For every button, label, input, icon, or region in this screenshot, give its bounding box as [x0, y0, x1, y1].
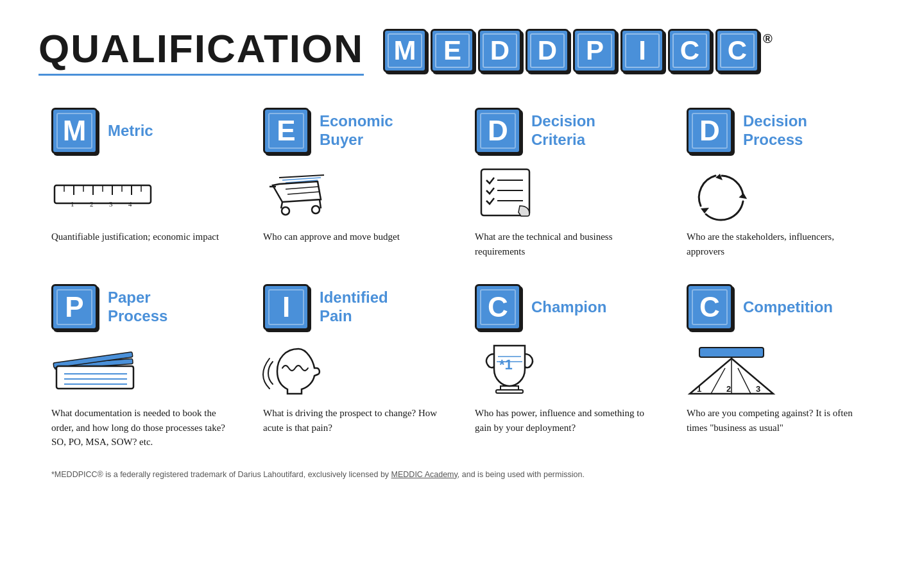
paper-process-icon [51, 341, 237, 398]
svg-text:3: 3 [109, 200, 113, 208]
footer-text: *MEDDPICC® is a federally registered tra… [51, 469, 873, 481]
footer: *MEDDPICC® is a federally registered tra… [38, 469, 886, 481]
svg-point-19 [282, 207, 289, 215]
economic-buyer-description: Who can approve and move budget [263, 230, 449, 244]
meddic-academy-link[interactable]: MEDDIC Academy [391, 470, 458, 479]
letter-box-c1: C [475, 284, 521, 330]
metric-description: Quantifiable justification; economic imp… [51, 230, 237, 244]
letter-p: P [573, 29, 617, 72]
champion-description: Who has power, influence and something t… [475, 406, 661, 435]
economic-buyer-title: EconomicBuyer [320, 112, 393, 149]
letter-d2: D [526, 29, 569, 72]
svg-text:1: 1 [697, 384, 701, 394]
champion-icon: *1 [475, 341, 661, 398]
identified-pain-icon [263, 341, 449, 398]
svg-line-15 [282, 178, 321, 180]
svg-text:1: 1 [71, 200, 74, 208]
letter-c2: C [715, 29, 759, 72]
decision-criteria-icon [475, 164, 661, 222]
champion-title: Champion [531, 298, 606, 317]
svg-marker-26 [739, 192, 748, 199]
letter-box-p: P [51, 284, 98, 330]
svg-text:4: 4 [128, 200, 132, 208]
svg-rect-41 [699, 348, 764, 357]
svg-point-20 [312, 206, 320, 214]
competition-icon: 1 2 3 [687, 341, 873, 398]
decision-process-icon [687, 164, 873, 222]
svg-text:*1: *1 [499, 357, 513, 373]
paper-process-description: What documentation is needed to book the… [51, 406, 237, 450]
decision-criteria-description: What are the technical and business requ… [475, 230, 661, 258]
identified-pain-title: IdentifiedPain [320, 289, 388, 326]
card-decision-process: D DecisionProcess Who are the stakeholde… [674, 108, 886, 265]
card-identified-pain: I IdentifiedPain What is driving the pro… [250, 284, 462, 456]
competition-title: Competition [743, 298, 833, 317]
competition-description: Who are you competing against? It is oft… [687, 406, 873, 435]
identified-pain-description: What is driving the prospect to change? … [263, 406, 449, 435]
header: QUALIFICATION M E D D P I C C ® [38, 26, 886, 76]
letter-boxes: M E D D P I C C ® [383, 29, 773, 72]
page-title: QUALIFICATION [38, 26, 364, 76]
svg-text:2: 2 [90, 200, 94, 208]
metric-icon: 1 2 3 4 [51, 164, 237, 222]
letter-box-c2: C [687, 284, 733, 330]
svg-rect-37 [496, 390, 523, 393]
registered-symbol: ® [763, 31, 773, 46]
card-decision-criteria: D DecisionCriteria What ar [462, 108, 674, 265]
letter-box-i: I [263, 284, 309, 330]
svg-text:2: 2 [726, 384, 731, 394]
metric-title: Metric [108, 122, 153, 140]
letter-e: E [431, 29, 474, 72]
card-economic-buyer: E EconomicBuyer [250, 108, 462, 265]
card-champion: C Champion *1 [462, 284, 674, 456]
svg-line-18 [287, 192, 320, 194]
letter-c1: C [668, 29, 712, 72]
economic-buyer-icon [263, 164, 449, 222]
letter-box-d2: D [687, 108, 733, 154]
svg-rect-32 [56, 366, 133, 389]
decision-process-description: Who are the stakeholders, influencers, a… [687, 230, 873, 258]
decision-criteria-title: DecisionCriteria [531, 112, 595, 149]
svg-marker-27 [701, 208, 709, 214]
svg-line-17 [286, 187, 319, 189]
svg-line-14 [279, 175, 324, 178]
paper-process-title: PaperProcess [108, 289, 167, 326]
letter-box-m: M [51, 108, 98, 154]
svg-text:3: 3 [756, 384, 760, 394]
svg-marker-28 [715, 174, 723, 180]
decision-process-title: DecisionProcess [743, 112, 807, 149]
letter-i: I [620, 29, 664, 72]
card-metric: M Metric 1 [38, 108, 250, 265]
letter-d1: D [478, 29, 522, 72]
card-paper-process: P PaperProcess What documentation is [38, 284, 250, 456]
letter-box-d1: D [475, 108, 521, 154]
card-competition: C Competition 1 2 3 [674, 284, 886, 456]
letter-box-e: E [263, 108, 309, 154]
cards-grid: M Metric 1 [38, 108, 886, 456]
letter-m: M [383, 29, 427, 72]
